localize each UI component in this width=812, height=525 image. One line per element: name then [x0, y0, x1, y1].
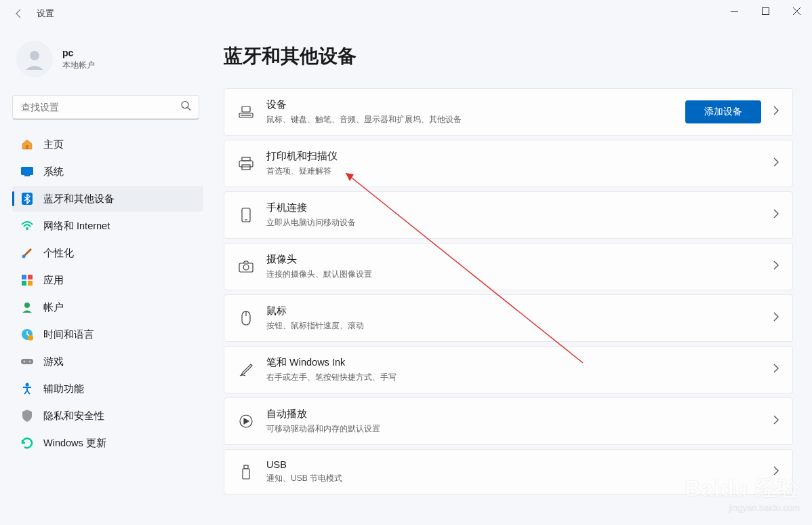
card-sub: 通知、USB 节电模式 — [266, 473, 773, 484]
svg-point-21 — [24, 361, 26, 363]
svg-rect-37 — [244, 465, 248, 469]
svg-rect-14 — [28, 275, 33, 279]
user-sub: 本地帐户 — [62, 60, 95, 71]
card-sub: 鼠标、键盘、触笔、音频、显示器和扩展坞、其他设备 — [266, 114, 685, 125]
nav-update[interactable]: Windows 更新 — [12, 430, 203, 456]
printer-icon — [238, 155, 254, 172]
card-mouse[interactable]: 鼠标 按钮、鼠标指针速度、滚动 — [224, 294, 793, 342]
update-icon — [20, 436, 34, 450]
accessibility-icon — [20, 382, 34, 395]
card-camera[interactable]: 摄像头 连接的摄像头、默认图像设置 — [224, 243, 793, 290]
card-title: 摄像头 — [266, 253, 773, 266]
svg-point-19 — [28, 335, 33, 341]
chevron-right-icon — [773, 260, 779, 273]
svg-rect-1 — [762, 7, 769, 14]
nav-time[interactable]: 时间和语言 — [12, 322, 203, 347]
card-sub: 可移动驱动器和内存的默认设置 — [266, 423, 773, 435]
pen-icon — [238, 362, 254, 378]
card-usb[interactable]: USB 通知、USB 节电模式 — [224, 449, 793, 494]
svg-rect-13 — [22, 275, 26, 279]
nav-label: Windows 更新 — [43, 437, 106, 450]
nav-label: 网络和 Internet — [43, 220, 110, 233]
svg-point-23 — [26, 383, 29, 387]
chevron-right-icon — [773, 157, 779, 170]
app-title: 设置 — [37, 7, 54, 20]
nav-label: 辅助功能 — [43, 383, 84, 395]
nav-accessibility[interactable]: 辅助功能 — [12, 376, 203, 402]
svg-point-11 — [26, 227, 28, 230]
card-printers[interactable]: 打印机和扫描仪 首选项、疑难解答 — [224, 140, 793, 187]
nav-apps[interactable]: 应用 — [12, 267, 203, 293]
card-autoplay[interactable]: 自动播放 可移动驱动器和内存的默认设置 — [224, 397, 793, 445]
chevron-right-icon — [773, 312, 779, 324]
nav-label: 蓝牙和其他设备 — [43, 193, 115, 206]
system-icon — [20, 165, 34, 178]
svg-rect-7 — [26, 145, 28, 149]
card-sub: 立即从电脑访问移动设备 — [266, 217, 773, 229]
sidebar: pc 本地帐户 主页 系统 蓝牙和其他设备 — [0, 27, 210, 525]
bluetooth-icon — [20, 192, 34, 206]
chevron-right-icon — [773, 106, 779, 118]
chevron-right-icon — [773, 466, 779, 478]
svg-point-4 — [30, 51, 39, 60]
gamepad-icon — [20, 355, 34, 368]
svg-rect-38 — [243, 469, 249, 479]
titlebar: 设置 — [0, 0, 812, 27]
card-title: 笔和 Windows Ink — [266, 356, 773, 369]
camera-icon — [238, 258, 254, 275]
card-title: 设备 — [266, 98, 685, 111]
add-device-button[interactable]: 添加设备 — [685, 100, 761, 123]
page-title: 蓝牙和其他设备 — [224, 43, 793, 69]
nav-home[interactable]: 主页 — [12, 132, 203, 157]
card-phone[interactable]: 手机连接 立即从电脑访问移动设备 — [224, 191, 793, 239]
apps-icon — [20, 273, 34, 287]
chevron-right-icon — [773, 364, 779, 376]
nav-privacy[interactable]: 隐私和安全性 — [12, 403, 203, 429]
nav: 主页 系统 蓝牙和其他设备 网络和 Internet 个性化 应用 — [12, 132, 203, 456]
card-title: 打印机和扫描仪 — [266, 150, 773, 163]
brush-icon — [20, 246, 34, 260]
nav-accounts[interactable]: 帐户 — [12, 294, 203, 320]
nav-personalization[interactable]: 个性化 — [12, 240, 203, 266]
card-title: 鼠标 — [266, 305, 773, 317]
user-block[interactable]: pc 本地帐户 — [12, 35, 203, 91]
nav-bluetooth[interactable]: 蓝牙和其他设备 — [12, 186, 203, 212]
card-sub: 首选项、疑难解答 — [266, 166, 773, 177]
back-button[interactable] — [7, 1, 31, 26]
accounts-icon — [20, 300, 34, 314]
mouse-icon — [238, 310, 254, 326]
search-icon — [181, 101, 191, 114]
maximize-button[interactable] — [750, 0, 781, 22]
nav-system[interactable]: 系统 — [12, 159, 203, 184]
close-button[interactable] — [781, 0, 812, 22]
card-sub: 按钮、鼠标指针速度、滚动 — [266, 320, 773, 332]
nav-label: 帐户 — [43, 301, 64, 314]
chevron-right-icon — [773, 415, 779, 427]
search-input[interactable] — [12, 95, 199, 119]
card-sub: 右手或左手、笔按钮快捷方式、手写 — [266, 372, 773, 383]
chevron-right-icon — [773, 209, 779, 221]
avatar — [16, 41, 53, 77]
card-title: 自动播放 — [266, 408, 773, 421]
svg-rect-28 — [239, 161, 253, 167]
search-box — [12, 95, 199, 119]
minimize-button[interactable] — [718, 0, 750, 22]
card-pen[interactable]: 笔和 Windows Ink 右手或左手、笔按钮快捷方式、手写 — [224, 346, 793, 393]
nav-label: 隐私和安全性 — [43, 410, 104, 423]
svg-rect-20 — [21, 359, 33, 364]
nav-label: 系统 — [43, 166, 64, 178]
nav-label: 应用 — [43, 274, 64, 287]
devices-icon — [238, 104, 254, 120]
svg-rect-16 — [28, 281, 33, 286]
nav-network[interactable]: 网络和 Internet — [12, 213, 203, 239]
svg-rect-27 — [242, 157, 250, 161]
svg-point-5 — [182, 102, 188, 109]
nav-label: 主页 — [43, 138, 64, 151]
phone-icon — [238, 207, 254, 223]
svg-point-12 — [22, 255, 26, 258]
nav-gaming[interactable]: 游戏 — [12, 349, 203, 374]
home-icon — [20, 138, 34, 151]
card-sub: 连接的摄像头、默认图像设置 — [266, 269, 773, 280]
card-devices[interactable]: 设备 鼠标、键盘、触笔、音频、显示器和扩展坞、其他设备 添加设备 — [224, 88, 793, 136]
nav-label: 游戏 — [43, 355, 64, 368]
